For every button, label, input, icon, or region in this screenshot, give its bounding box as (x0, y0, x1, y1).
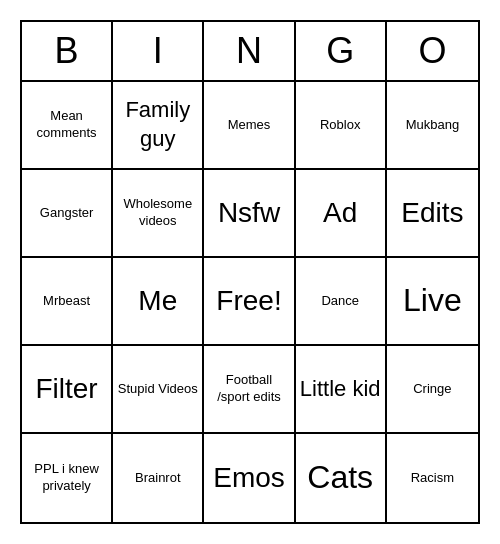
header-letter: N (204, 22, 295, 80)
bingo-cell: Live (387, 258, 478, 346)
bingo-cell: Roblox (296, 82, 387, 170)
header-letter: I (113, 22, 204, 80)
bingo-cell: Racism (387, 434, 478, 522)
cell-text: Mukbang (406, 117, 459, 134)
cell-text: Filter (35, 371, 97, 407)
bingo-cell: Ad (296, 170, 387, 258)
cell-text: Edits (401, 195, 463, 231)
cell-text: Gangster (40, 205, 93, 222)
cell-text: Free! (216, 283, 281, 319)
bingo-cell: Cringe (387, 346, 478, 434)
bingo-cell: PPL i knew privately (22, 434, 113, 522)
cell-text: Emos (213, 460, 285, 496)
bingo-cell: Mean comments (22, 82, 113, 170)
cell-text: Ad (323, 195, 357, 231)
bingo-cell: Gangster (22, 170, 113, 258)
bingo-cell: Mukbang (387, 82, 478, 170)
bingo-header: BINGO (22, 22, 478, 82)
bingo-cell: Filter (22, 346, 113, 434)
cell-text: Live (403, 280, 462, 322)
header-letter: G (296, 22, 387, 80)
bingo-cell: Stupid Videos (113, 346, 204, 434)
bingo-cell: Mrbeast (22, 258, 113, 346)
cell-text: Me (138, 283, 177, 319)
cell-text: Cringe (413, 381, 451, 398)
bingo-cell: Football /sport edits (204, 346, 295, 434)
cell-text: Memes (228, 117, 271, 134)
cell-text: Nsfw (218, 195, 280, 231)
bingo-cell: Me (113, 258, 204, 346)
bingo-cell: Brainrot (113, 434, 204, 522)
cell-text: Little kid (300, 375, 381, 404)
bingo-cell: Nsfw (204, 170, 295, 258)
bingo-cell: Family guy (113, 82, 204, 170)
bingo-cell: Memes (204, 82, 295, 170)
cell-text: Roblox (320, 117, 360, 134)
cell-text: Brainrot (135, 470, 181, 487)
bingo-cell: Free! (204, 258, 295, 346)
bingo-cell: Dance (296, 258, 387, 346)
header-letter: B (22, 22, 113, 80)
cell-text: Cats (307, 457, 373, 499)
bingo-card: BINGO Mean commentsFamily guyMemesRoblox… (20, 20, 480, 524)
cell-text: PPL i knew privately (26, 461, 107, 495)
cell-text: Mrbeast (43, 293, 90, 310)
bingo-cell: Cats (296, 434, 387, 522)
cell-text: Family guy (117, 96, 198, 153)
cell-text: Wholesome videos (117, 196, 198, 230)
header-letter: O (387, 22, 478, 80)
cell-text: Dance (321, 293, 359, 310)
bingo-cell: Edits (387, 170, 478, 258)
cell-text: Stupid Videos (118, 381, 198, 398)
bingo-cell: Emos (204, 434, 295, 522)
cell-text: Racism (411, 470, 454, 487)
bingo-cell: Little kid (296, 346, 387, 434)
cell-text: Football /sport edits (208, 372, 289, 406)
cell-text: Mean comments (26, 108, 107, 142)
bingo-cell: Wholesome videos (113, 170, 204, 258)
bingo-grid: Mean commentsFamily guyMemesRobloxMukban… (22, 82, 478, 522)
